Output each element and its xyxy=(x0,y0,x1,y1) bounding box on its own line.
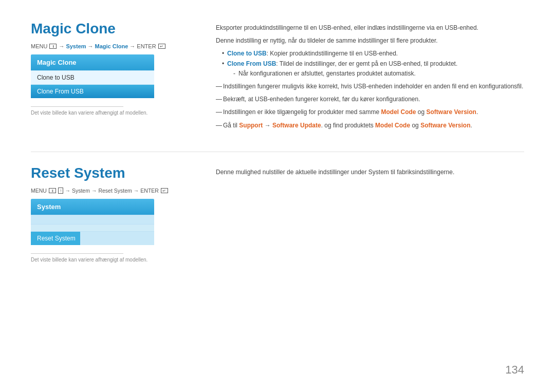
note4-sw-update: Software Update xyxy=(272,122,321,129)
system-label: System xyxy=(66,43,86,49)
ui-header: Magic Clone xyxy=(31,54,154,70)
sub-bullet-1: Når konfigurationen er afsluttet, gensta… xyxy=(233,69,524,79)
reset-system-caption: Det viste billede kan variere afhængigt … xyxy=(31,257,195,263)
clone-to-usb-label: Clone to USB xyxy=(227,50,267,57)
menu-label: MENU xyxy=(31,43,47,49)
note4-model-code2: Model Code xyxy=(375,122,410,129)
rs-enter-label: ENTER xyxy=(140,188,159,194)
clone-from-usb-label: Clone From USB xyxy=(227,60,276,67)
note3-og1: og xyxy=(416,108,426,116)
reset-system-left-panel: Reset System MENU ↑ → System → Reset Sys… xyxy=(31,165,195,263)
bullet-clone-to-usb: Clone to USB: Kopier produktindstillinge… xyxy=(222,49,524,59)
note4-goto: Gå til xyxy=(223,122,239,129)
note-line-1: Indstillingen fungerer muligvis ikke kor… xyxy=(216,82,524,91)
magic-clone-right-panel: Eksporter produktindstillingerne til en … xyxy=(216,21,524,134)
enter-icon xyxy=(158,44,165,49)
menu-icon xyxy=(49,44,57,49)
rs-menu-label: MENU xyxy=(31,188,47,194)
note3-text1: Indstillingen er ikke tilgængelig for pr… xyxy=(223,108,381,116)
rs-arrow2: → xyxy=(91,188,97,194)
magic-clone-bullets: Clone to USB: Kopier produktindstillinge… xyxy=(222,49,524,79)
magic-clone-menu-path: MENU → System → Magic Clone → ENTER xyxy=(31,43,195,49)
reset-system-right-panel: Denne mulighed nulstiller de aktuelle in… xyxy=(216,165,524,263)
rs-ui-faded-1 xyxy=(31,215,154,224)
note4-support: Support xyxy=(239,122,263,129)
desc-line-2: Denne indstilling er nyttig, når du tild… xyxy=(216,36,524,46)
note4-sw-ver2: Software Version xyxy=(420,122,470,129)
reset-system-divider xyxy=(31,253,123,254)
rs-system-label: System xyxy=(72,188,90,194)
bullet-text-1: Kopier produktindstillingerne til en USB… xyxy=(268,50,398,57)
rs-menu-icon xyxy=(49,188,56,193)
magic-clone-section: Magic Clone MENU → System → Magic Clone … xyxy=(31,21,524,134)
note3-sw-ver1: Software Version xyxy=(427,108,476,116)
magic-clone-caption: Det viste billede kan variere afhængigt … xyxy=(31,110,195,116)
page-container: Magic Clone MENU → System → Magic Clone … xyxy=(0,0,555,392)
rs-arrow1: → xyxy=(65,188,70,194)
rs-feature-label: Reset System xyxy=(98,188,132,194)
bullet-text-2: Tildel de indstillinger, der er gemt på … xyxy=(278,60,458,67)
page-number: 134 xyxy=(505,363,524,377)
note4-og2: og xyxy=(410,122,420,129)
magic-clone-left-panel: Magic Clone MENU → System → Magic Clone … xyxy=(31,21,195,134)
note4-arrow: → xyxy=(263,122,272,129)
note-line-4: Gå til Support → Software Update. og fin… xyxy=(216,121,524,130)
rs-small-icon: ↑ xyxy=(58,188,64,194)
rs-ui-header: System xyxy=(31,199,154,215)
magic-clone-title: Magic Clone xyxy=(31,21,195,37)
note4-middle: . og find produktets xyxy=(321,122,375,129)
ui-item-clone-to-usb: Clone to USB xyxy=(31,70,154,84)
arrow1: → xyxy=(59,43,64,49)
bullet-clone-from-usb: Clone From USB: Tildel de indstillinger,… xyxy=(222,59,524,79)
reset-system-title: Reset System xyxy=(31,165,195,181)
note-line-2: Bekræft, at USB-enheden fungerer korrekt… xyxy=(216,95,524,104)
rs-arrow3: → xyxy=(134,188,139,194)
rs-reset-label: Reset System xyxy=(37,235,76,242)
ui-item-clone-from-usb: Clone From USB xyxy=(31,84,154,98)
note3-period: . xyxy=(476,108,478,116)
reset-system-section: Reset System MENU ↑ → System → Reset Sys… xyxy=(31,165,524,263)
rs-ui-faded-2 xyxy=(31,224,154,231)
note-line-3: Indstillingen er ikke tilgængelig for pr… xyxy=(216,107,524,117)
enter-label: ENTER xyxy=(137,43,156,49)
note4-end: . xyxy=(471,122,472,129)
sub-bullets: Når konfigurationen er afsluttet, gensta… xyxy=(233,69,524,79)
arrow3: → xyxy=(130,43,135,49)
rs-ui-reset-item: Reset System xyxy=(31,231,154,245)
section-separator xyxy=(31,152,524,152)
desc-line-1: Eksporter produktindstillingerne til en … xyxy=(216,23,524,33)
note3-model-code: Model Code xyxy=(381,108,416,116)
reset-system-desc: Denne mulighed nulstiller de aktuelle in… xyxy=(216,167,524,177)
feature-label: Magic Clone xyxy=(95,43,128,49)
arrow2: → xyxy=(88,43,94,49)
magic-clone-ui-mockup: Magic Clone Clone to USB Clone From USB xyxy=(31,54,154,98)
reset-system-menu-path: MENU ↑ → System → Reset System → ENTER xyxy=(31,188,195,194)
magic-clone-divider xyxy=(31,106,123,107)
rs-enter-icon xyxy=(161,188,168,193)
reset-system-ui-mockup: System Reset System xyxy=(31,199,154,245)
